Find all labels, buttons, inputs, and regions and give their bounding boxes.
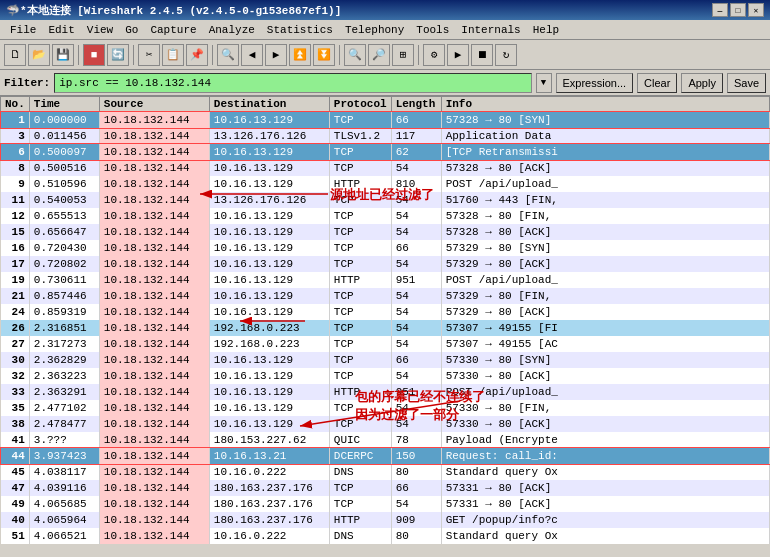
table-row[interactable]: 30 2.362829 10.18.132.144 10.16.13.129 T… [1, 352, 770, 368]
table-row[interactable]: 45 4.038117 10.18.132.144 10.16.0.222 DN… [1, 464, 770, 480]
cell-protocol: TCP [329, 112, 391, 128]
menu-statistics[interactable]: Statistics [261, 22, 339, 38]
toolbar-open-btn[interactable]: 📂 [28, 44, 50, 66]
cell-info: Standard query Ox [441, 464, 769, 480]
menu-go[interactable]: Go [119, 22, 144, 38]
menu-internals[interactable]: Internals [455, 22, 526, 38]
table-row[interactable]: 12 0.655513 10.18.132.144 10.16.13.129 T… [1, 208, 770, 224]
cell-source: 10.18.132.144 [99, 368, 209, 384]
table-row[interactable]: 9 0.510596 10.18.132.144 10.16.13.129 HT… [1, 176, 770, 192]
menu-view[interactable]: View [81, 22, 119, 38]
cell-time: 3.??? [29, 432, 99, 448]
table-row[interactable]: 33 2.363291 10.18.132.144 10.16.13.129 H… [1, 384, 770, 400]
toolbar-find-btn[interactable]: 🔍 [217, 44, 239, 66]
table-row[interactable]: 19 0.730611 10.18.132.144 10.16.13.129 H… [1, 272, 770, 288]
menu-edit[interactable]: Edit [42, 22, 80, 38]
cell-length: 117 [391, 128, 441, 144]
cell-no: 49 [1, 496, 30, 512]
table-row[interactable]: 24 0.859319 10.18.132.144 10.16.13.129 T… [1, 304, 770, 320]
col-header-time[interactable]: Time [29, 97, 99, 112]
table-row[interactable]: 41 3.??? 10.18.132.144 180.153.227.62 QU… [1, 432, 770, 448]
table-row[interactable]: 21 0.857446 10.18.132.144 10.16.13.129 T… [1, 288, 770, 304]
table-row[interactable]: 51 4.066521 10.18.132.144 10.16.0.222 DN… [1, 528, 770, 544]
toolbar-capture-restart-btn[interactable]: ↻ [495, 44, 517, 66]
menu-analyze[interactable]: Analyze [203, 22, 261, 38]
cell-time: 2.362829 [29, 352, 99, 368]
toolbar-paste-btn[interactable]: 📌 [186, 44, 208, 66]
toolbar-close-btn[interactable]: ■ [83, 44, 105, 66]
table-row[interactable]: 17 0.720802 10.18.132.144 10.16.13.129 T… [1, 256, 770, 272]
col-header-protocol[interactable]: Protocol [329, 97, 391, 112]
toolbar-capture-opts-btn[interactable]: ⚙ [423, 44, 445, 66]
table-row[interactable]: 40 4.065964 10.18.132.144 180.163.237.17… [1, 512, 770, 528]
maximize-button[interactable]: □ [730, 3, 746, 17]
toolbar-capture-stop-btn[interactable]: ⏹ [471, 44, 493, 66]
table-row[interactable]: 35 2.477102 10.18.132.144 10.16.13.129 T… [1, 400, 770, 416]
table-row[interactable]: 27 2.317273 10.18.132.144 192.168.0.223 … [1, 336, 770, 352]
table-row[interactable]: 26 2.316851 10.18.132.144 192.168.0.223 … [1, 320, 770, 336]
cell-destination: 10.16.13.129 [209, 384, 329, 400]
table-row[interactable]: 38 2.478477 10.18.132.144 10.16.13.129 T… [1, 416, 770, 432]
toolbar-jump-btn[interactable]: ⏫ [289, 44, 311, 66]
menu-telephony[interactable]: Telephony [339, 22, 410, 38]
toolbar-back-btn[interactable]: ◀ [241, 44, 263, 66]
clear-button[interactable]: Clear [637, 73, 677, 93]
cell-length: 78 [391, 432, 441, 448]
table-row[interactable]: 15 0.656647 10.18.132.144 10.16.13.129 T… [1, 224, 770, 240]
filter-input[interactable] [54, 73, 531, 93]
cell-destination: 180.163.237.176 [209, 480, 329, 496]
minimize-button[interactable]: — [712, 3, 728, 17]
table-row[interactable]: 8 0.500516 10.18.132.144 10.16.13.129 TC… [1, 160, 770, 176]
col-header-destination[interactable]: Destination [209, 97, 329, 112]
cell-no: 30 [1, 352, 30, 368]
menu-capture[interactable]: Capture [144, 22, 202, 38]
cell-no: 35 [1, 400, 30, 416]
toolbar-zoom-in-btn[interactable]: 🔍 [344, 44, 366, 66]
toolbar-fwd-btn[interactable]: ▶ [265, 44, 287, 66]
cell-destination: 10.16.13.129 [209, 160, 329, 176]
table-row[interactable]: 1 0.000000 10.18.132.144 10.16.13.129 TC… [1, 112, 770, 128]
table-row[interactable]: 6 0.500097 10.18.132.144 10.16.13.129 TC… [1, 144, 770, 160]
apply-button[interactable]: Apply [681, 73, 723, 93]
cell-protocol: TCP [329, 416, 391, 432]
cell-time: 0.730611 [29, 272, 99, 288]
col-header-no[interactable]: No. [1, 97, 30, 112]
cell-protocol: TCP [329, 304, 391, 320]
cell-source: 10.18.132.144 [99, 304, 209, 320]
cell-source: 10.18.132.144 [99, 432, 209, 448]
toolbar-cut-btn[interactable]: ✂ [138, 44, 160, 66]
table-row[interactable]: 32 2.363223 10.18.132.144 10.16.13.129 T… [1, 368, 770, 384]
toolbar-reload-btn[interactable]: 🔄 [107, 44, 129, 66]
table-row[interactable]: 47 4.039116 10.18.132.144 180.163.237.17… [1, 480, 770, 496]
toolbar-resize-btn[interactable]: ⊞ [392, 44, 414, 66]
table-row[interactable]: 44 3.937423 10.18.132.144 10.16.13.21 DC… [1, 448, 770, 464]
toolbar-copy-btn[interactable]: 📋 [162, 44, 184, 66]
col-header-source[interactable]: Source [99, 97, 209, 112]
cell-time: 0.500097 [29, 144, 99, 160]
toolbar-zoom-out-btn[interactable]: 🔎 [368, 44, 390, 66]
cell-info: 57328 → 80 [ACK] [441, 224, 769, 240]
toolbar-down-btn[interactable]: ⏬ [313, 44, 335, 66]
save-button[interactable]: Save [727, 73, 766, 93]
expression-button[interactable]: Expression... [556, 73, 634, 93]
col-header-length[interactable]: Length [391, 97, 441, 112]
cell-destination: 10.16.13.129 [209, 240, 329, 256]
menu-file[interactable]: File [4, 22, 42, 38]
cell-source: 10.18.132.144 [99, 240, 209, 256]
table-row[interactable]: 16 0.720430 10.18.132.144 10.16.13.129 T… [1, 240, 770, 256]
col-header-info[interactable]: Info [441, 97, 769, 112]
filter-dropdown-btn[interactable]: ▼ [536, 73, 552, 93]
cell-length: 54 [391, 192, 441, 208]
toolbar-capture-start-btn[interactable]: ▶ [447, 44, 469, 66]
toolbar-save-btn[interactable]: 💾 [52, 44, 74, 66]
close-button[interactable]: ✕ [748, 3, 764, 17]
toolbar-new-btn[interactable]: 🗋 [4, 44, 26, 66]
cell-source: 10.18.132.144 [99, 288, 209, 304]
table-row[interactable]: 49 4.065685 10.18.132.144 180.163.237.17… [1, 496, 770, 512]
menu-help[interactable]: Help [527, 22, 565, 38]
table-row[interactable]: 3 0.011456 10.18.132.144 13.126.176.126 … [1, 128, 770, 144]
table-row[interactable]: 11 0.540053 10.18.132.144 13.126.176.126… [1, 192, 770, 208]
cell-protocol: HTTP [329, 176, 391, 192]
cell-destination: 180.163.237.176 [209, 512, 329, 528]
menu-tools[interactable]: Tools [410, 22, 455, 38]
